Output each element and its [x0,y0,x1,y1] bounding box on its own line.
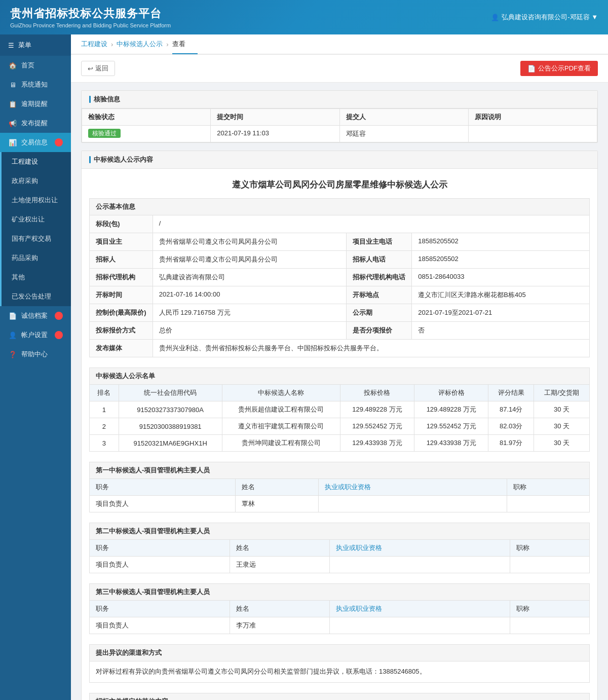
verify-reason [468,126,597,142]
col-bid-price: 投标价格 [340,385,414,401]
score-2: 82.03分 [488,418,534,435]
verify-title: 核验信息 [94,95,120,104]
gov-purchase-label: 政府采购 [12,176,38,186]
person-header-row: 职务 姓名 执业或职业资格 职称 [90,540,590,557]
label-segment: 标段(包) [90,215,153,233]
value-media: 贵州兴业利达、贵州省招标投标公共服务平台、中国招标投标公共服务平台。 [153,340,589,357]
col-name: 姓名 [230,540,329,557]
sidebar-item-drug[interactable]: 药品采购 [2,248,71,268]
person-3-table: 职务 姓名 执业或职业资格 职称 项目负责人 李万准 [89,600,590,634]
credit-icon: 📄 [8,312,17,320]
table-row: 开标时间 2021-07-16 14:00:00 开标地点 遵义市汇川区天津路水… [90,286,590,304]
title-3-1 [510,617,590,634]
sidebar-item-engineering[interactable]: 工程建设 [2,152,71,171]
sidebar-item-state-property[interactable]: 国有产权交易 [2,229,71,248]
menu-label: 菜单 [18,41,31,50]
value-pub-period: 2021-07-19至2021-07-21 [412,304,590,322]
value-bid-method: 总价 [153,322,347,340]
verify-submitter: 邓廷容 [339,126,468,142]
basic-info-table: 标段(包) / 项目业主 贵州省烟草公司遵义市公司凤冈县分公司 项目业主电话 1… [89,215,590,357]
table-row: 招标代理机构 弘典建设咨询有限公司 招标代理机构电话 0851-28640033 [90,269,590,286]
person-header-row: 职务 姓名 执业或职业资格 职称 [90,479,590,496]
name-1-1: 覃林 [236,496,318,512]
breadcrumb-engineering[interactable]: 工程建设 [81,40,107,49]
land-label: 土地使用权出让 [12,196,58,205]
sidebar-item-help[interactable]: ❓ 帮助中心 [0,345,71,364]
back-button[interactable]: ↩ 返回 [81,61,115,76]
value-segment: / [153,215,589,233]
sidebar-item-gov-purchase[interactable]: 政府采购 [2,171,71,191]
table-row: 项目负责人 覃林 [90,496,590,512]
score-1: 87.14分 [488,401,534,418]
title-2-1 [510,557,590,573]
sidebar-label-publish: 发布提醒 [21,119,48,128]
basic-info-header: 公示基本信息 [89,198,590,215]
verify-status: 核验通过 [82,126,211,142]
score-3: 81.97分 [488,435,534,452]
value-agency-phone: 0851-28640033 [412,269,590,286]
label-bidder-phone: 招标人电话 [347,251,412,269]
label-itemized: 是否分项报价 [347,322,412,340]
eval-price-1: 129.489228 万元 [414,401,488,418]
pdf-button[interactable]: 📄 公告公示PDF查看 [520,61,598,76]
qualification-3-1 [329,617,510,634]
monitor-icon: 🖥 [8,81,17,89]
value-bidder: 贵州省烟草公司遵义市公司凤冈县分公司 [153,251,347,269]
header: 贵州省招标投标公共服务平台 GuiZhou Province Tendering… [0,0,608,34]
sidebar-item-home[interactable]: 🏠 首页 [0,56,71,75]
main-area: 工程建设 › 中标候选人公示 › 查看 ↩ 返回 📄 公告公示PDF查看 [71,34,608,700]
sidebar-item-system-notice[interactable]: 🖥 系统通知 [0,75,71,94]
candidates-area: 中标候选人公示名单 排名 统一社会信用代码 中标候选人名称 投标价格 评标价格 … [82,365,597,459]
table-row: 1 91520327337307980A 贵州辰超信建设工程有限公司 129.4… [90,401,590,418]
sidebar-item-account[interactable]: 👤 帐户设置 [0,325,71,345]
account-icon: 👤 [8,331,17,339]
verify-status-badge: 核验通过 [88,129,121,138]
rank-2: 2 [90,418,119,435]
eval-price-3: 129.433938 万元 [414,435,488,452]
table-row: 控制价(最高限价) 人民币 129.716758 万元 公示期 2021-07-… [90,304,590,322]
label-media: 发布媒体 [90,340,153,357]
user-info[interactable]: 👤 弘典建设咨询有限公司-邓廷容 ▼ [491,13,598,22]
breadcrumb-candidates[interactable]: 中标候选人公示 [117,40,163,49]
main-content-header: 中标候选人公示内容 [82,151,597,169]
main-layout: ☰ 菜单 🏠 首页 🖥 系统通知 📋 逾期提醒 📢 发布提醒 📊 交易信息 工程… [0,34,608,700]
published-label: 已发公告处理 [12,292,51,301]
col-title: 职称 [510,601,590,617]
sidebar-item-other[interactable]: 其他 [2,268,71,287]
verify-table: 检验状态 提交时间 提交人 原因说明 核验通过 2021-07-19 11:03 [82,108,597,142]
eval-price-2: 129.552452 万元 [414,418,488,435]
sidebar-item-transaction[interactable]: 📊 交易信息 [0,133,71,152]
transaction-badge [55,138,63,146]
table-row: 招标人 贵州省烟草公司遵义市公司凤冈县分公司 招标人电话 18585205502 [90,251,590,269]
overdue-icon: 📋 [8,100,17,108]
value-owner-phone: 18585205502 [412,233,590,251]
table-row: 投标报价方式 总价 是否分项报价 否 [90,322,590,340]
label-open-time: 开标时间 [90,286,153,304]
sidebar-item-land[interactable]: 土地使用权出让 [2,191,71,210]
col-duty: 职务 [90,601,230,617]
sidebar-item-credit[interactable]: 📄 诚信档案 [0,306,71,325]
candidates-table: 排名 统一社会信用代码 中标候选人名称 投标价格 评标价格 评分结果 工期/交货… [89,384,590,452]
credit-3: 91520321MA6E9GHX1H [119,435,222,452]
col-credit: 统一社会信用代码 [119,385,222,401]
col-rank: 排名 [90,385,119,401]
name-2-1: 王隶远 [230,557,329,573]
sidebar-item-publish[interactable]: 📢 发布提醒 [0,114,71,133]
engineering-label: 工程建设 [12,157,38,166]
sidebar-label-home: 首页 [21,61,34,70]
sidebar-item-published[interactable]: 已发公告处理 [2,287,71,306]
table-row: 项目负责人 王隶远 [90,557,590,573]
sidebar-item-mining[interactable]: 矿业权出让 [2,210,71,229]
col-duty: 职务 [90,479,236,496]
person-section-2: 第二中标候选人-项目管理机构主要人员 职务 姓名 执业或职业资格 职称 [82,520,597,581]
user-name: 弘典建设咨询有限公司-邓廷容 ▼ [502,13,598,22]
qualification-1-1 [318,496,507,512]
breadcrumb-view: 查看 [172,40,185,49]
table-row: 3 91520321MA6E9GHX1H 贵州坤同建设工程有限公司 129.43… [90,435,590,452]
menu-toggle[interactable]: ☰ 菜单 [0,34,71,56]
candidates-header: 中标候选人公示名单 [89,367,590,384]
sidebar-item-overdue[interactable]: 📋 逾期提醒 [0,94,71,114]
objection-text: 对评标过程有异议的向贵州省烟草公司遵义市公司凤冈分公司相关监管部门提出异议，联系… [89,661,590,683]
table-row: 项目业主 贵州省烟草公司遵义市公司凤冈县分公司 项目业主电话 185852055… [90,233,590,251]
table-row: 标段(包) / [90,215,590,233]
